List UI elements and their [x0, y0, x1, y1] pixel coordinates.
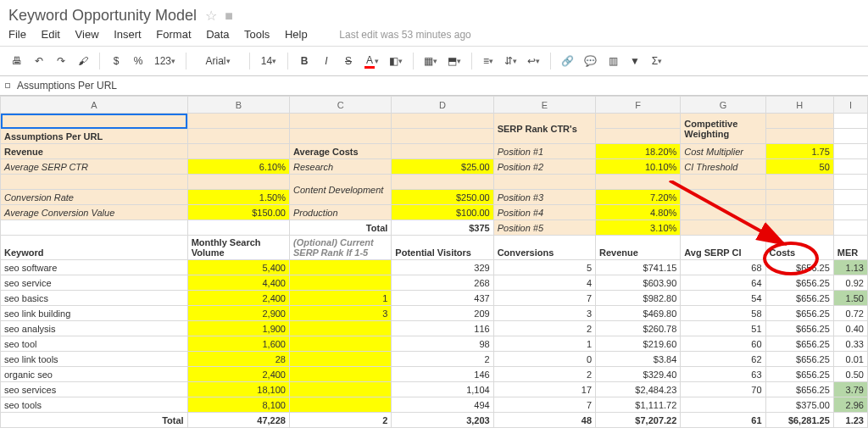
- conv-rate-value[interactable]: 1.50%: [187, 190, 289, 205]
- cell[interactable]: [681, 205, 765, 220]
- cell[interactable]: 8,100: [187, 397, 289, 413]
- table-row[interactable]: seo link tools2820$3.8462$656.250.01: [1, 352, 868, 367]
- cell[interactable]: [289, 321, 391, 336]
- avg-conv-val-value[interactable]: $150.00: [187, 205, 289, 220]
- document-title[interactable]: Keyword Opportunity Model: [8, 7, 197, 25]
- cell[interactable]: [765, 114, 833, 129]
- currency-button[interactable]: $: [106, 51, 126, 71]
- cell[interactable]: 63: [681, 367, 765, 382]
- cell[interactable]: 60: [681, 336, 765, 352]
- production-label[interactable]: Production: [289, 205, 391, 220]
- cell[interactable]: seo tool: [1, 336, 188, 352]
- merge-button[interactable]: ⬒: [443, 51, 465, 71]
- cell[interactable]: [1, 220, 188, 236]
- cell[interactable]: [833, 175, 867, 190]
- insert-chart-icon[interactable]: ▥: [603, 51, 623, 71]
- hdr-keyword[interactable]: Keyword: [1, 236, 188, 260]
- fill-color-button[interactable]: ◧: [385, 51, 407, 71]
- totals-vis[interactable]: 3,203: [392, 413, 493, 428]
- cell[interactable]: 5: [493, 260, 595, 275]
- pos1-label[interactable]: Position #1: [493, 144, 595, 159]
- research-label[interactable]: Research: [289, 159, 391, 175]
- cell[interactable]: [187, 175, 289, 190]
- cell[interactable]: [833, 129, 867, 144]
- cell[interactable]: 0: [493, 352, 595, 367]
- cell[interactable]: [392, 144, 493, 159]
- h-align-button[interactable]: ≡: [478, 51, 498, 71]
- totals-conv[interactable]: 48: [493, 413, 595, 428]
- totals-cost[interactable]: $6,281.25: [765, 413, 833, 428]
- hdr-conversions[interactable]: Conversions: [493, 236, 595, 260]
- cell[interactable]: $656.25: [765, 306, 833, 321]
- cost-mult-value[interactable]: 1.75: [765, 144, 833, 159]
- cell[interactable]: $656.25: [765, 352, 833, 367]
- insert-link-icon[interactable]: 🔗: [557, 51, 578, 71]
- cell[interactable]: $656.25: [765, 336, 833, 352]
- table-row[interactable]: organic seo2,4001462$329.4063$656.250.50: [1, 367, 868, 382]
- filter-icon[interactable]: ▼: [625, 51, 645, 71]
- insert-comment-icon[interactable]: 💬: [580, 51, 601, 71]
- paint-format-icon[interactable]: 🖌: [73, 51, 93, 71]
- cell[interactable]: 1,104: [392, 382, 493, 397]
- cell[interactable]: [681, 220, 765, 236]
- cell[interactable]: [681, 397, 765, 413]
- cell[interactable]: 1: [493, 336, 595, 352]
- totals-msv[interactable]: 47,228: [187, 413, 289, 428]
- totals-mer[interactable]: 1.23: [833, 413, 867, 428]
- cell[interactable]: [392, 175, 493, 190]
- cell[interactable]: 4: [493, 275, 595, 291]
- cell[interactable]: 64: [681, 275, 765, 291]
- cell[interactable]: [833, 220, 867, 236]
- percent-button[interactable]: %: [128, 51, 148, 71]
- cell[interactable]: $656.25: [765, 382, 833, 397]
- cost-mult-label[interactable]: Cost Multiplier: [681, 144, 765, 159]
- cell[interactable]: [596, 175, 681, 190]
- cell[interactable]: 5,400: [187, 260, 289, 275]
- table-row[interactable]: seo tool1,600981$219.6060$656.250.33: [1, 336, 868, 352]
- cell[interactable]: [833, 114, 867, 129]
- bold-button[interactable]: B: [294, 51, 314, 71]
- cell[interactable]: [1, 175, 188, 190]
- cell[interactable]: 494: [392, 397, 493, 413]
- cell[interactable]: seo basics: [1, 291, 188, 306]
- cell[interactable]: [765, 175, 833, 190]
- cell[interactable]: 0.50: [833, 367, 867, 382]
- revenue-label[interactable]: Revenue: [1, 144, 188, 159]
- cell[interactable]: 4,400: [187, 275, 289, 291]
- hdr-mer[interactable]: MER: [833, 236, 867, 260]
- pos2-value[interactable]: 10.10%: [596, 159, 681, 175]
- ci-thresh-label[interactable]: CI Threshold: [681, 159, 765, 175]
- cell[interactable]: [289, 397, 391, 413]
- cell[interactable]: 1: [289, 291, 391, 306]
- cell[interactable]: $656.25: [765, 321, 833, 336]
- v-align-button[interactable]: ⇵: [500, 51, 521, 71]
- cell[interactable]: 1.50: [833, 291, 867, 306]
- conv-rate-label[interactable]: Conversion Rate: [1, 190, 188, 205]
- cell[interactable]: $656.25: [765, 367, 833, 382]
- cell[interactable]: [765, 190, 833, 205]
- cell[interactable]: seo link building: [1, 306, 188, 321]
- cell[interactable]: $656.25: [765, 291, 833, 306]
- table-row[interactable]: seo software5,4003295$741.1568$656.251.1…: [1, 260, 868, 275]
- cell[interactable]: 209: [392, 306, 493, 321]
- totals-rev[interactable]: $7,207.22: [596, 413, 681, 428]
- col-header[interactable]: G: [681, 97, 765, 114]
- cell[interactable]: seo tools: [1, 397, 188, 413]
- cell[interactable]: 0.72: [833, 306, 867, 321]
- menu-format[interactable]: Format: [156, 28, 191, 41]
- ci-thresh-value[interactable]: 50: [765, 159, 833, 175]
- cell[interactable]: $1,111.72: [596, 397, 681, 413]
- cell[interactable]: 437: [392, 291, 493, 306]
- cell[interactable]: [596, 114, 681, 129]
- cell[interactable]: 2,900: [187, 306, 289, 321]
- hdr-costs[interactable]: Costs: [765, 236, 833, 260]
- hdr-opt-rank[interactable]: (Optional) Current SERP Rank If 1-5: [289, 236, 391, 260]
- pos3-label[interactable]: Position #3: [493, 190, 595, 205]
- menu-file[interactable]: File: [8, 28, 26, 41]
- folder-icon[interactable]: ■: [225, 8, 233, 24]
- undo-icon[interactable]: ↶: [29, 51, 49, 71]
- cell[interactable]: $656.25: [765, 275, 833, 291]
- avg-serp-ctr-label[interactable]: Average SERP CTR: [1, 159, 188, 175]
- formula-bar[interactable]: Assumptions Per URL: [0, 76, 868, 96]
- cell[interactable]: [681, 175, 765, 190]
